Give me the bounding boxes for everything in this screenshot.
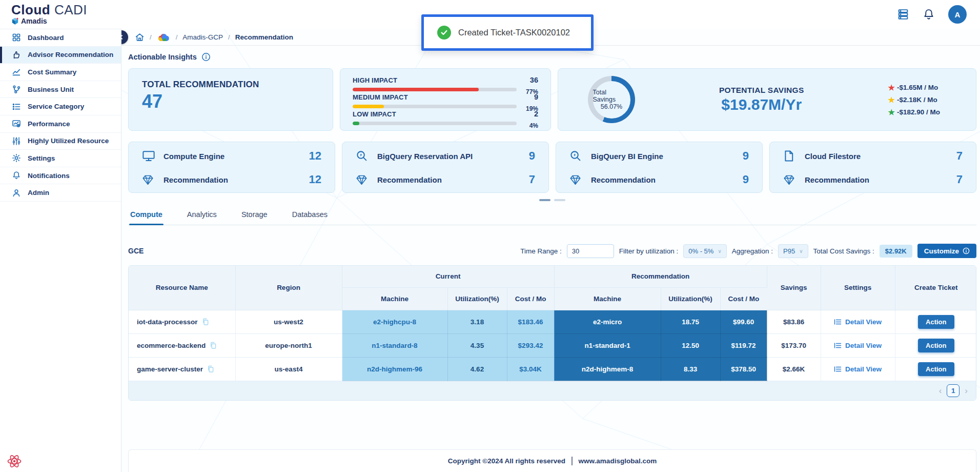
info-icon[interactable] [201, 52, 211, 62]
breakdown-text: -$1.65M / Mo [897, 84, 938, 91]
sidebar-item-label: Service Category [28, 103, 84, 110]
recommendation-count: 7 [529, 173, 535, 186]
next-page-icon[interactable]: › [965, 386, 968, 395]
tab-analytics[interactable]: Analytics [186, 205, 218, 225]
server-stack-icon[interactable] [897, 8, 909, 21]
breadcrumb-separator: / [150, 33, 152, 41]
sidebar-item-admin[interactable]: Admin [0, 184, 121, 202]
home-icon[interactable] [135, 32, 145, 42]
impact-label: MEDIUM IMPACT [353, 93, 408, 101]
sidebar-item-service-category[interactable]: Service Category [0, 98, 121, 115]
current-cost: $3.04K [507, 357, 554, 381]
success-check-icon [437, 26, 451, 40]
high-impact-row: HIGH IMPACT 36 77% [353, 76, 538, 93]
carousel-indicator [128, 199, 976, 201]
sidebar-item-dashboard[interactable]: Dashboard [0, 29, 121, 47]
star-icon: ★ [888, 96, 894, 104]
atom-icon[interactable] [7, 454, 22, 469]
ticket-created-toast: Created Ticket-TASK0020102 [421, 14, 594, 51]
savings-value: $2.66K [767, 357, 821, 381]
category-tabs: Compute Analytics Storage Databases [128, 205, 976, 225]
detail-view-label: Detail View [845, 342, 882, 349]
service-card-bigquery-reservation-api[interactable]: BigQuery Reservation API 9 Recommendatio… [342, 142, 549, 193]
carousel-dot-2[interactable] [554, 199, 565, 201]
service-card-compute-engine[interactable]: Compute Engine 12 Recommendation 12 [128, 142, 335, 193]
breakdown-text: -$2.18K / Mo [897, 96, 937, 104]
utilization-filter-label: Filter by utilization : [619, 247, 679, 255]
line-chart-icon [11, 67, 21, 76]
recommendation-label: Recommendation [805, 175, 869, 184]
service-count: 9 [743, 149, 749, 163]
sidebar-item-settings[interactable]: Settings [0, 150, 121, 167]
current-utilization: 3.18 [447, 310, 507, 333]
sidebar-item-performance[interactable]: Performance [0, 115, 121, 133]
avatar[interactable]: A [948, 5, 967, 24]
detail-view-link[interactable]: Detail View [821, 365, 895, 373]
recommendation-label: Recommendation [591, 175, 656, 184]
notification-bell-icon[interactable] [923, 8, 935, 21]
col-current-cost: Cost / Mo [507, 287, 554, 310]
action-button[interactable]: Action [918, 362, 954, 376]
logo-cadi-text: CADI [54, 2, 87, 17]
col-settings: Settings [821, 266, 895, 310]
copy-icon[interactable] [207, 365, 214, 372]
list-icon [11, 102, 21, 111]
detail-view-link[interactable]: Detail View [821, 318, 895, 326]
breadcrumb-page: Recommendation [235, 33, 293, 41]
copy-icon[interactable] [202, 318, 209, 325]
search-bolt-icon [569, 150, 591, 162]
logo-cloud-text: Cloud [11, 2, 50, 17]
action-button[interactable]: Action [918, 339, 954, 352]
current-machine: n1-standard-8 [342, 333, 447, 357]
potential-savings-value: $19.87M/Yr [719, 96, 804, 113]
current-machine: n2d-highmem-96 [342, 357, 447, 381]
resource-name: game-server-cluster [137, 365, 203, 373]
diamond-icon [783, 174, 805, 185]
impact-count: 36 [530, 76, 538, 84]
sidebar-item-cost-summary[interactable]: Cost Summary [0, 64, 121, 81]
service-name: BigQuery BI Engine [591, 152, 663, 161]
service-count: 7 [956, 149, 963, 163]
detail-view-link[interactable]: Detail View [821, 342, 895, 349]
aggregation-select[interactable]: P95 ∨ [778, 244, 808, 258]
footer-website-link[interactable]: www.amadisglobal.com [579, 457, 657, 465]
sidebar-item-business-unit[interactable]: Business Unit [0, 81, 121, 99]
sidebar-item-highly-utilized-resource[interactable]: Highly Utilized Resource [0, 133, 121, 150]
impact-bar [353, 122, 517, 125]
sidebar-item-label: Notifications [28, 172, 70, 180]
prev-page-icon[interactable]: ‹ [939, 386, 942, 395]
gear-icon [11, 153, 21, 163]
time-range-input[interactable] [567, 244, 614, 258]
sidebar-item-advisor-recommendation[interactable]: Advisor Recommendation [0, 47, 121, 64]
utilization-filter-select[interactable]: 0% - 5% ∨ [683, 244, 726, 258]
copy-icon[interactable] [210, 342, 216, 349]
current-page[interactable]: 1 [947, 384, 959, 397]
impact-percent: 4% [522, 122, 538, 129]
recommended-cost: $119.72 [720, 333, 767, 357]
current-machine: e2-highcpu-8 [342, 310, 447, 333]
tab-databases[interactable]: Databases [291, 205, 329, 225]
service-card-cloud-filestore[interactable]: Cloud Filestore 7 Recommendation 7 [769, 142, 976, 193]
recommended-cost: $378.50 [720, 357, 767, 381]
sidebar-item-label: Cost Summary [28, 68, 76, 76]
table-row: game-server-cluster us-east4 n2d-highmem… [129, 357, 976, 381]
utilization-filter-value: 0% - 5% [688, 247, 713, 255]
customize-button[interactable]: Customize [917, 244, 976, 258]
sidebar-item-label: Settings [28, 154, 55, 162]
total-recommendation-value: 47 [142, 91, 319, 112]
sidebar-item-label: Dashboard [28, 34, 64, 42]
service-card-bigquery-bi-engine[interactable]: BigQuery BI Engine 9 Recommendation 9 [556, 142, 763, 193]
gcp-cloud-icon[interactable] [157, 32, 171, 42]
sidebar-item-notifications[interactable]: Notifications [0, 167, 121, 185]
tab-storage[interactable]: Storage [240, 205, 269, 225]
action-button[interactable]: Action [918, 315, 954, 329]
breadcrumb-project[interactable]: Amadis-GCP [182, 33, 223, 41]
star-icon: ★ [888, 108, 894, 116]
col-rec-machine: Machine [554, 287, 661, 310]
table-row: iot-data-processor us-west2 e2-highcpu-8… [129, 310, 976, 333]
carousel-dot-1[interactable] [539, 199, 550, 201]
tab-compute[interactable]: Compute [129, 205, 164, 225]
service-name: Cloud Filestore [805, 152, 861, 161]
sidebar-item-label: Admin [28, 189, 49, 196]
savings-value: $173.70 [767, 333, 821, 357]
